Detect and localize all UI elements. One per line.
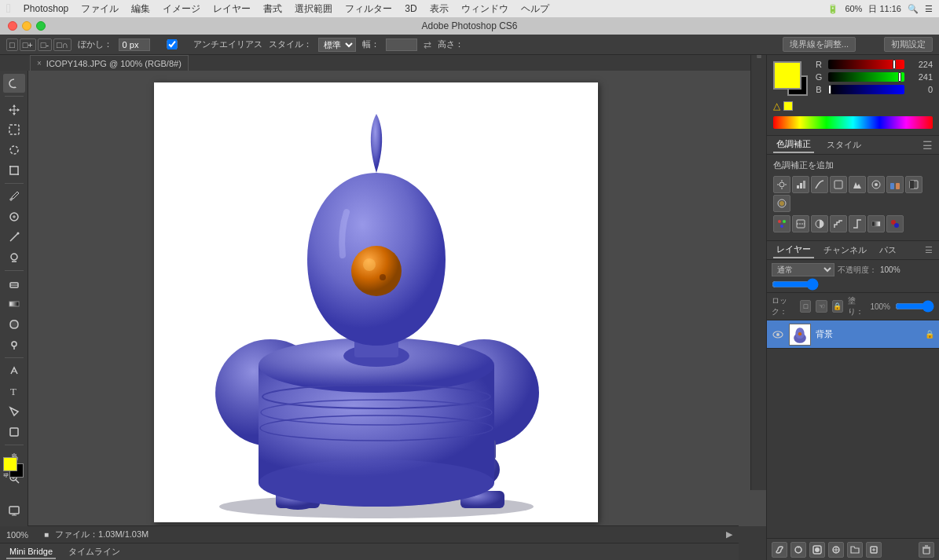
- text-tool[interactable]: T: [3, 382, 25, 401]
- layer-item-background[interactable]: 背景 🔒: [767, 320, 939, 349]
- menu-window[interactable]: ウィンドウ: [461, 2, 508, 16]
- menu-help[interactable]: ヘルプ: [521, 2, 549, 16]
- layer-new-btn[interactable]: [866, 542, 882, 558]
- style-tab[interactable]: スタイル: [823, 137, 864, 152]
- antialias-check[interactable]: アンチエイリアス: [156, 38, 262, 50]
- pen-tool[interactable]: [3, 361, 25, 380]
- lock-pixels-btn[interactable]: □: [800, 300, 811, 313]
- layer-delete-btn[interactable]: [919, 542, 934, 558]
- eraser-tool[interactable]: [3, 274, 25, 293]
- adj-selectivecolor[interactable]: [886, 215, 904, 232]
- status-arrow[interactable]: ▶: [726, 529, 732, 540]
- adj-panel-menu[interactable]: ☰: [922, 139, 933, 152]
- menu-image[interactable]: イメージ: [163, 2, 200, 16]
- style-select[interactable]: 標準: [318, 38, 356, 52]
- foreground-color[interactable]: [3, 457, 17, 471]
- blend-mode-select[interactable]: 通常: [772, 263, 834, 276]
- layers-tab[interactable]: レイヤー: [773, 242, 814, 258]
- lock-position-btn[interactable]: ☜: [816, 300, 827, 313]
- screen-mode-btn[interactable]: [3, 501, 25, 520]
- menu-filter[interactable]: フィルター: [345, 2, 392, 16]
- crop-tool[interactable]: [3, 161, 25, 180]
- adj-invert[interactable]: [811, 215, 828, 232]
- layer-group-btn[interactable]: [847, 542, 863, 558]
- document-canvas[interactable]: [154, 82, 598, 522]
- selection-tool[interactable]: [3, 120, 25, 139]
- layer-mask-btn[interactable]: [809, 542, 825, 558]
- layer-effect-btn[interactable]: [790, 542, 806, 558]
- search-icon[interactable]: 🔍: [908, 4, 919, 14]
- selection-add[interactable]: □+: [20, 38, 36, 51]
- menu-select[interactable]: 選択範囲: [295, 2, 332, 16]
- menu-photoshop[interactable]: Photoshop: [24, 3, 68, 14]
- blur-input[interactable]: [119, 38, 150, 51]
- adj-photofilter[interactable]: [773, 195, 790, 212]
- layer-adj-btn[interactable]: [828, 542, 844, 558]
- reset-button[interactable]: 初期設定: [884, 37, 933, 52]
- dodge-tool[interactable]: [3, 335, 25, 354]
- eyedropper-tool[interactable]: [3, 187, 25, 206]
- minimize-button[interactable]: [22, 21, 31, 31]
- adj-colorlookup[interactable]: [792, 215, 809, 232]
- quick-selection-tool[interactable]: [3, 141, 25, 159]
- selection-subtract[interactable]: □-: [38, 38, 52, 51]
- close-button[interactable]: [8, 21, 17, 31]
- fill-slider[interactable]: [895, 302, 934, 311]
- b-thumb: [828, 85, 831, 94]
- menu-3d[interactable]: 3D: [405, 3, 416, 14]
- gradient-tool[interactable]: [3, 295, 25, 313]
- blur-tool[interactable]: [3, 315, 25, 334]
- color-spectrum[interactable]: [773, 116, 933, 129]
- adj-gradientmap[interactable]: [867, 215, 885, 232]
- timeline-tab[interactable]: タイムライン: [65, 544, 123, 559]
- layers-panel-menu[interactable]: ☰: [925, 245, 933, 255]
- adj-levels[interactable]: [792, 176, 809, 193]
- menu-text[interactable]: 書式: [263, 2, 282, 16]
- lasso-tool[interactable]: [3, 74, 25, 93]
- toolbar: T ⇄ ↙: [0, 71, 28, 526]
- opacity-slider[interactable]: [772, 280, 819, 289]
- fg-color-box[interactable]: [773, 61, 801, 90]
- width-input[interactable]: [386, 38, 417, 51]
- antialias-checkbox[interactable]: [156, 39, 188, 49]
- b-slider[interactable]: [828, 85, 904, 94]
- menu-edit[interactable]: 編集: [131, 2, 150, 16]
- clone-tool[interactable]: [3, 248, 25, 267]
- menu-view[interactable]: 表示: [430, 2, 449, 16]
- channels-tab[interactable]: チャンネル: [820, 243, 870, 258]
- layer-link-btn[interactable]: [772, 542, 787, 558]
- adj-posterize[interactable]: [830, 215, 847, 232]
- mini-bridge-tab[interactable]: Mini Bridge: [6, 545, 56, 559]
- brush-tool[interactable]: [3, 228, 25, 247]
- menu-layer[interactable]: レイヤー: [213, 2, 251, 16]
- g-slider[interactable]: [828, 72, 904, 82]
- adj-colorbalance[interactable]: [886, 176, 904, 193]
- maximize-button[interactable]: [36, 21, 46, 31]
- adj-channelmixer[interactable]: [773, 215, 790, 232]
- adj-brightness[interactable]: [773, 176, 790, 193]
- svg-point-72: [780, 225, 783, 228]
- path-selection-tool[interactable]: [3, 402, 25, 421]
- healing-tool[interactable]: [3, 207, 25, 226]
- move-tool[interactable]: [3, 100, 25, 119]
- adj-blackwhite[interactable]: [905, 176, 922, 193]
- menu-file[interactable]: ファイル: [81, 2, 119, 16]
- adj-curves[interactable]: [811, 176, 828, 193]
- border-adjust-button[interactable]: 境界線を調整...: [783, 37, 856, 52]
- r-slider[interactable]: [828, 60, 904, 69]
- menu-icon[interactable]: ☰: [925, 4, 933, 14]
- color-correction-tab[interactable]: 色調補正: [773, 137, 814, 153]
- swap-colors-icon[interactable]: ⇄: [3, 471, 9, 478]
- document-tab[interactable]: × ICOPY148.JPG @ 100% (RGB/8#): [30, 55, 189, 71]
- adj-exposure[interactable]: [830, 176, 847, 193]
- tab-close[interactable]: ×: [37, 59, 42, 68]
- adj-hsl[interactable]: [867, 176, 885, 193]
- layer-visibility-eye[interactable]: [772, 328, 784, 341]
- adj-threshold[interactable]: [849, 215, 866, 232]
- shape-tool[interactable]: [3, 423, 25, 441]
- selection-intersect[interactable]: □∩: [53, 38, 72, 51]
- lock-all-btn[interactable]: 🔒: [832, 300, 843, 313]
- paths-tab[interactable]: パス: [876, 243, 900, 258]
- adj-vibrance[interactable]: [849, 176, 866, 193]
- selection-normal[interactable]: □: [6, 38, 18, 51]
